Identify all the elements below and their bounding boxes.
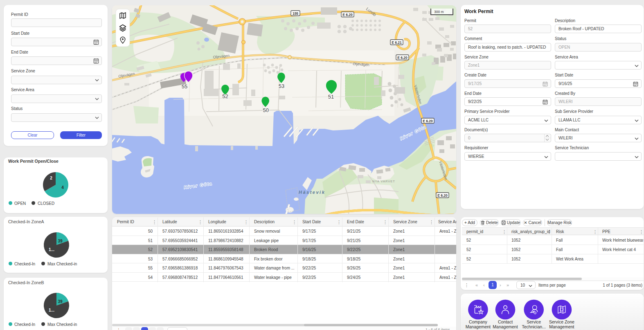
svg-text:1...: 1... xyxy=(49,247,54,252)
svg-text:50: 50 xyxy=(263,107,268,113)
svg-text:Checked-In: Checked-In xyxy=(14,322,35,327)
svg-text:CLOSED: CLOSED xyxy=(38,201,54,206)
svg-text:E 6.20: E 6.20 xyxy=(423,119,433,123)
svg-text:51: 51 xyxy=(328,94,334,100)
svg-text:53: 53 xyxy=(279,83,284,89)
svg-text:Service Zone: Service Zone xyxy=(549,319,574,324)
svg-text:Company: Company xyxy=(469,319,488,324)
svg-text:NYA VARVET: NYA VARVET xyxy=(372,180,395,183)
svg-text:OPEN: OPEN xyxy=(14,201,26,206)
svg-text:Contact: Contact xyxy=(498,319,513,324)
svg-text:55: 55 xyxy=(182,83,187,90)
svg-text:4: 4 xyxy=(61,185,64,190)
svg-text:Technician...: Technician... xyxy=(522,324,546,329)
svg-text:E 6.20: E 6.20 xyxy=(437,193,448,198)
svg-text:2: 2 xyxy=(50,176,52,180)
svg-text:E 6.20: E 6.20 xyxy=(397,56,408,60)
svg-text:Max Checked-in: Max Checked-in xyxy=(47,322,77,327)
svg-text:Management: Management xyxy=(466,324,491,329)
svg-text:1...: 1... xyxy=(49,308,54,312)
svg-text:Management: Management xyxy=(549,324,574,329)
svg-text:39: 39 xyxy=(58,299,63,304)
svg-text:E 6.21: E 6.21 xyxy=(392,40,402,45)
svg-text:Max Checked-in: Max Checked-in xyxy=(47,262,77,266)
svg-text:Management: Management xyxy=(493,324,518,329)
svg-text:Checked-In: Checked-In xyxy=(14,262,35,266)
svg-text:39: 39 xyxy=(58,239,63,243)
svg-text:300 m: 300 m xyxy=(434,10,444,14)
svg-text:Service: Service xyxy=(527,319,541,324)
svg-text:E 6.20: E 6.20 xyxy=(342,13,353,17)
svg-text:155: 155 xyxy=(293,11,298,16)
svg-text:Hästevik: Hästevik xyxy=(299,190,325,195)
svg-text:52: 52 xyxy=(222,93,228,99)
